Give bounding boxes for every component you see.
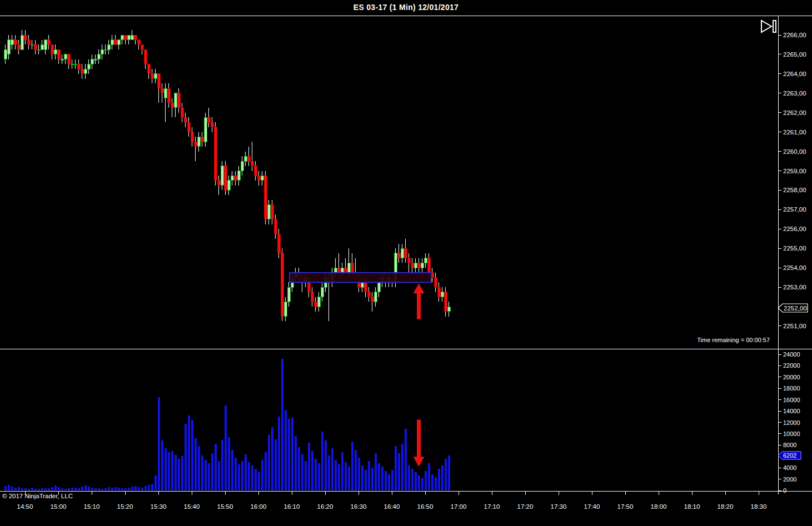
candle-down [427,258,430,273]
chart-canvas[interactable]: 2266,002265,002264,002263,002262,002261,… [0,0,812,526]
volume-bar [308,443,310,490]
candle-up [41,44,43,49]
candle-up [447,307,450,312]
candle-up [107,44,110,49]
candle-up [424,258,427,263]
volume-bar [48,488,50,490]
candle-up [267,205,270,219]
time-tick-label: 17:10 [484,503,500,510]
time-tick-label: 15:40 [184,503,200,510]
volume-bar [91,488,93,490]
candle-down [201,137,203,142]
candle-down [67,54,70,64]
volume-bar [68,488,70,490]
candle-up [197,137,200,146]
candle-up [377,282,380,292]
candle-up [4,49,7,59]
candle-up [91,59,93,64]
volume-bar [235,458,237,490]
consolidation-rectangle [290,273,431,282]
down-arrow [414,419,425,467]
candle-down [24,35,27,40]
candle-up [237,171,240,181]
volume-bar [328,455,330,490]
candle-down [51,44,53,54]
volume-bar [381,467,383,490]
candle-up [204,117,207,142]
volume-bar [311,451,313,490]
price-tick-label: 2261,00 [783,129,806,136]
price-tick-label: 2264,00 [783,71,806,77]
candle-down [137,40,140,45]
price-tick-label: 2262,00 [783,109,806,116]
volume-bar [261,460,263,490]
price-tick-label: 2256,00 [783,226,806,232]
volume-bar [398,453,400,490]
candle-down [247,156,250,161]
candle-up [61,59,63,61]
candle-up [31,44,33,46]
volume-bar [74,488,77,490]
candle-down [281,253,283,317]
volume-bar [315,459,317,490]
candle-down [337,268,340,273]
volume-bar [265,452,267,490]
candle-down [171,103,173,108]
volume-bar [295,436,297,490]
go-to-end-icon[interactable] [761,21,776,32]
candle-down [167,88,170,103]
candle-up [441,292,444,297]
candle-up [284,302,287,316]
price-tick-label: 2257,00 [783,206,806,213]
volume-bar [268,435,270,490]
candle-down [207,117,210,122]
candle-up [317,297,320,307]
candle-down [444,292,447,312]
candle-up [131,35,133,40]
candle-up [221,166,223,186]
volume-bar [151,484,153,490]
candle-down [184,117,187,122]
candle-down [251,161,253,166]
volume-bar [44,488,47,490]
candle-up [111,40,113,45]
time-tick-label: 17:40 [584,503,600,510]
candle-up [241,161,243,171]
price-tick-label: 2265,00 [783,51,806,58]
volume-tick-label: 24000 [783,351,800,358]
candle-down [274,219,277,234]
volume-bar [355,450,357,491]
volume-bar [428,463,430,490]
candle-down [254,166,257,176]
time-tick-label: 18:00 [651,503,667,510]
volume-bar [438,469,440,490]
volume-bar [205,460,207,490]
volume-bar [281,359,283,490]
volume-tick-label: 12000 [783,419,800,426]
volume-bar [431,474,434,490]
time-tick-label: 16:40 [384,503,400,510]
time-tick-label: 16:50 [417,503,434,510]
candle-down [177,93,180,108]
candle-up [361,282,363,287]
time-tick-label: 17:00 [451,503,467,510]
volume-bar [358,458,360,490]
volume-bar [408,465,410,490]
candle-down [124,35,127,40]
candle-down [277,234,280,253]
volume-bar [421,478,424,490]
time-tick-label: 15:50 [217,503,233,510]
candle-up [231,176,233,181]
volume-bar [415,472,417,490]
volume-bar [335,460,337,490]
volume-bar [445,459,447,490]
volume-tick-label: 0 [783,487,786,494]
volume-bar [8,485,10,490]
candle-up [227,181,230,190]
copyright-label: © 2017 NinjaTrader, LLC [2,493,73,499]
time-tick-label: 14:50 [17,503,33,510]
volume-bar [131,487,133,490]
volume-bar [288,419,290,490]
volume-bar [325,440,327,490]
candle-down [314,302,317,307]
